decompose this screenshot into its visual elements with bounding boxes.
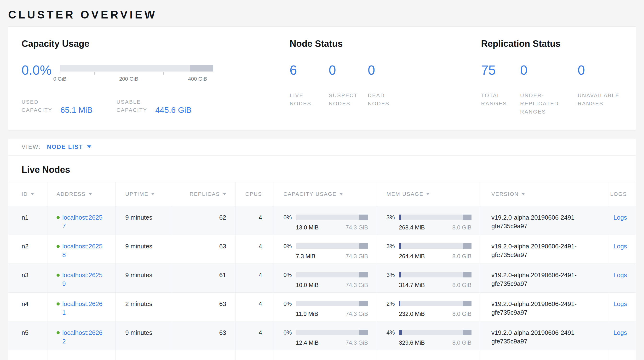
live-nodes-card: Live Nodes ID ADDRESS UPTIME REPLICAS CP… <box>8 155 636 360</box>
sort-desc-icon <box>31 193 34 195</box>
cluster-overview-page: CLUSTER OVERVIEW Capacity Usage 0.0% <box>0 8 644 360</box>
capacity-usage-section: Capacity Usage 0.0% 0 GiB <box>22 39 290 116</box>
capacity-max-value: 74.3 GiB <box>346 224 368 231</box>
node-address-link[interactable]: localhost:26261 <box>62 300 104 317</box>
header-id[interactable]: ID <box>8 183 48 206</box>
node-status-section: Node Status 6 LIVE NODES 0 SUSPECT NODES… <box>290 39 481 116</box>
live-nodes-stat: 6 LIVE NODES <box>290 63 329 108</box>
logs-link[interactable]: Logs <box>614 214 627 221</box>
under-replicated-ranges-stat: 0 UNDER- REPLICATED RANGES <box>520 63 578 116</box>
mem-usage-cell: 4% 329.6 MiB 8.0 GiB <box>377 321 480 350</box>
node-address-link[interactable]: localhost:26257 <box>62 213 104 231</box>
capacity-axis-ticks <box>60 72 213 75</box>
live-status-dot-icon <box>56 302 60 305</box>
capacity-reserved-segment <box>360 243 368 249</box>
capacity-usage-cell: 0% 13.0 MiB 74.3 GiB <box>274 206 377 235</box>
header-version[interactable]: VERSION <box>480 183 609 206</box>
node-address-cell: localhost:26259 <box>48 264 116 292</box>
view-label: VIEW: <box>22 143 41 150</box>
logs-link[interactable]: Logs <box>614 243 627 250</box>
mem-percent-label: 3% <box>386 271 399 279</box>
capacity-usage-bar <box>296 301 368 306</box>
sort-desc-icon <box>522 193 525 195</box>
header-replicas[interactable]: REPLICAS <box>172 183 236 206</box>
capacity-percent-label: 0% <box>284 271 296 279</box>
dead-nodes-label: DEAD NODES <box>368 91 481 108</box>
capacity-usage-bar <box>296 330 368 335</box>
replication-status-section: Replication Status 75 TOTAL RANGES 0 UND… <box>481 39 636 116</box>
uptime-cell: 9 minutes <box>116 264 172 292</box>
logs-link[interactable]: Logs <box>614 300 627 307</box>
cpus-cell: 4 <box>236 206 274 235</box>
mem-reserved-segment <box>463 272 472 277</box>
mem-used-value: 264.4 MiB <box>399 252 425 260</box>
table-row: n4 localhost:26261 2 minutes 63 4 0% 11.… <box>8 293 636 321</box>
header-logs: LOGS <box>609 183 636 206</box>
node-id-cell: n1 <box>8 206 48 235</box>
node-address-link[interactable]: localhost:26259 <box>62 271 104 288</box>
logs-link[interactable]: Logs <box>614 271 627 279</box>
usable-capacity-stat: USABLE CAPACITY 445.6 GiB <box>116 98 192 114</box>
capacity-usage-cell: 0% 10.0 MiB 74.3 GiB <box>274 264 377 292</box>
replicas-cell: 62 <box>172 206 236 235</box>
mem-percent-label: 2% <box>386 300 399 308</box>
mem-usage-cell: 3% 264.4 MiB 8.0 GiB <box>377 235 480 264</box>
version-cell: v19.2.0-alpha.20190606-2491-gfe735c9a97 <box>480 321 609 350</box>
header-mem-usage[interactable]: MEM USAGE <box>377 183 480 206</box>
node-address-cell: localhost:26262 <box>48 321 116 350</box>
logs-cell: Logs <box>609 293 636 321</box>
node-address-link[interactable]: localhost:26258 <box>62 242 104 259</box>
node-id-cell: n3 <box>8 264 48 292</box>
mem-usage-bar <box>399 301 472 306</box>
header-address[interactable]: ADDRESS <box>48 183 116 206</box>
header-capacity-usage[interactable]: CAPACITY USAGE <box>274 183 377 206</box>
table-row: n3 localhost:26259 9 minutes 61 4 0% 10.… <box>8 264 636 293</box>
logs-cell: Logs <box>609 321 636 350</box>
mem-reserved-segment <box>463 215 472 220</box>
node-id-cell: n4 <box>8 293 48 321</box>
node-address-link[interactable]: localhost:26262 <box>62 328 104 346</box>
mem-max-value: 8.0 GiB <box>452 224 472 231</box>
view-selector-bar: VIEW: NODE LIST <box>8 138 636 155</box>
node-address-cell: localhost:26258 <box>48 235 116 264</box>
capacity-percent-label: 0% <box>284 213 296 221</box>
axis-label-0: 0 GiB <box>53 76 66 82</box>
suspect-nodes-label: SUSPECT NODES <box>329 91 368 108</box>
capacity-max-value: 74.3 GiB <box>346 339 368 346</box>
capacity-usage-title: Capacity Usage <box>22 39 290 49</box>
sort-desc-icon <box>340 193 343 195</box>
mem-max-value: 8.0 GiB <box>452 252 472 260</box>
suspect-nodes-stat: 0 SUSPECT NODES <box>329 63 368 108</box>
uptime-cell: 9 minutes <box>116 235 172 264</box>
mem-max-value: 8.0 GiB <box>452 281 472 289</box>
live-nodes-label: LIVE NODES <box>290 91 329 108</box>
mem-usage-cell: 3% 268.4 MiB 8.0 GiB <box>377 206 480 235</box>
version-cell: v19.2.0-alpha.20190606-2491-gfe735c9a97 <box>480 206 609 235</box>
live-status-dot-icon <box>56 331 60 334</box>
logs-cell: Logs <box>609 206 636 235</box>
table-row: n5 localhost:26262 9 minutes 63 4 0% 12.… <box>8 321 636 350</box>
capacity-bar-chart: 0 GiB 200 GiB 400 GiB <box>60 63 213 83</box>
header-uptime[interactable]: UPTIME <box>116 183 172 206</box>
live-status-dot-icon <box>56 245 60 248</box>
sort-desc-icon <box>89 193 92 195</box>
capacity-percent-label: 0% <box>284 300 296 308</box>
mem-used-segment <box>399 215 401 220</box>
header-cpus[interactable]: CPUS <box>236 183 274 206</box>
mem-usage-bar <box>399 243 472 249</box>
dead-nodes-count: 0 <box>368 63 481 78</box>
total-ranges-label: TOTAL RANGES <box>481 91 520 108</box>
live-nodes-title: Live Nodes <box>8 155 636 182</box>
view-dropdown[interactable]: NODE LIST <box>47 143 91 150</box>
view-dropdown-value: NODE LIST <box>47 143 83 150</box>
uptime-cell: 2 minutes <box>116 293 172 321</box>
capacity-reserved-segment <box>360 215 368 220</box>
version-text: v19.2.0-alpha.20190606-2491-gfe735c9a97 <box>492 271 600 288</box>
capacity-used-value: 12.4 MiB <box>296 339 319 346</box>
mem-max-value: 8.0 GiB <box>452 339 472 346</box>
logs-cell: Logs <box>609 264 636 292</box>
table-body: n1 localhost:26257 9 minutes 62 4 0% 13.… <box>8 206 636 350</box>
logs-link[interactable]: Logs <box>614 329 627 336</box>
usable-capacity-label: USABLE CAPACITY <box>116 98 155 114</box>
uptime-cell: 9 minutes <box>116 206 172 235</box>
